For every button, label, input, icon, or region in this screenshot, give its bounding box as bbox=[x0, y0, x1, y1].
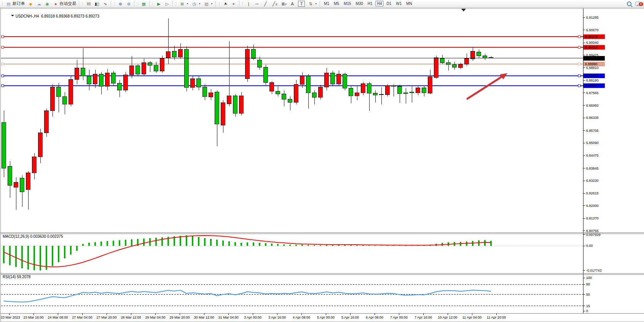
candle-body-down bbox=[197, 78, 201, 87]
candle-body-up bbox=[361, 84, 365, 93]
equidistant-channel-button[interactable]: ╱E bbox=[269, 0, 279, 7]
cloud-chart-icon: ☁ bbox=[36, 1, 41, 6]
arrows-button[interactable]: ⇅▼ bbox=[306, 0, 319, 7]
timeframe-button-h1[interactable]: H1 bbox=[366, 1, 375, 6]
vertical-line-button[interactable]: | bbox=[244, 0, 253, 7]
fibonacci-button[interactable]: ≣F bbox=[279, 0, 288, 7]
chevron-down-icon: ▼ bbox=[187, 3, 189, 5]
timeframe-button-m15[interactable]: M15 bbox=[342, 1, 353, 6]
candle-body-down bbox=[264, 67, 268, 82]
candle-body-down bbox=[367, 84, 371, 93]
text-label-button[interactable]: T bbox=[296, 0, 306, 7]
line-handle[interactable] bbox=[2, 75, 4, 77]
styles-button[interactable]: ◆ bbox=[26, 0, 35, 7]
candle-body-up bbox=[93, 74, 97, 84]
timeframe-button-mn[interactable]: MN bbox=[404, 1, 414, 6]
macd-histogram-bar bbox=[295, 245, 297, 246]
line-handle[interactable] bbox=[578, 85, 580, 87]
macd-histogram-bar bbox=[155, 238, 157, 246]
periods-button[interactable]: ◷▼ bbox=[190, 0, 202, 7]
time-tick-label: 3 Apr 00:00 bbox=[244, 316, 261, 319]
auto-scroll-button[interactable]: ▶ bbox=[155, 0, 163, 7]
candle-body-up bbox=[355, 93, 359, 96]
line-handle[interactable] bbox=[578, 46, 580, 48]
line-handle[interactable] bbox=[578, 63, 580, 65]
candle-body-up bbox=[142, 63, 146, 74]
candle-body-up bbox=[105, 73, 110, 86]
toolbar-separator bbox=[134, 1, 135, 6]
candle-body-down bbox=[398, 87, 402, 94]
indicators-button[interactable]: ⊞▼ bbox=[178, 0, 190, 7]
line-handle[interactable] bbox=[578, 35, 580, 38]
macd-histogram-bar bbox=[88, 243, 90, 246]
price-tick-label: 6.83230 bbox=[586, 179, 599, 183]
macd-histogram-bar bbox=[40, 246, 41, 271]
new-order-button-label: 新订单 bbox=[12, 1, 25, 6]
macd-signal-line bbox=[4, 235, 491, 267]
macd-histogram-bar bbox=[490, 241, 492, 246]
macd-histogram-bar bbox=[113, 240, 114, 246]
toolbar-grip: ┊ bbox=[152, 0, 154, 7]
chart-collapse-icon[interactable] bbox=[11, 15, 14, 18]
timeframe-button-m30[interactable]: M30 bbox=[354, 1, 365, 6]
new-order-button[interactable]: ▤新订单 bbox=[4, 0, 26, 7]
toolbar-separator bbox=[111, 1, 112, 6]
candle-body-up bbox=[32, 157, 37, 173]
timeframe-button-m5[interactable]: M5 bbox=[332, 1, 341, 6]
candle-body-down bbox=[282, 94, 286, 99]
macd-histogram-bar bbox=[320, 245, 321, 246]
macd-histogram-bar bbox=[52, 246, 53, 266]
candlestick-button[interactable]: ▮▯ bbox=[93, 0, 101, 7]
line-handle[interactable] bbox=[2, 35, 4, 38]
candle-body-up bbox=[416, 88, 420, 93]
cursor-button[interactable]: ➤ bbox=[221, 0, 230, 7]
bar-chart-button[interactable]: ☰ bbox=[84, 0, 93, 7]
search-icon[interactable] bbox=[627, 2, 631, 6]
chart-shift-icon: ▷ bbox=[164, 1, 170, 6]
macd-histogram-bar bbox=[399, 245, 400, 246]
crosshair-button[interactable]: + bbox=[230, 0, 238, 7]
timeframe-button-d1[interactable]: D1 bbox=[384, 1, 393, 6]
macd-histogram-bar bbox=[271, 244, 273, 246]
candle-body-down bbox=[154, 65, 158, 71]
timeframe-button-h4[interactable]: H4 bbox=[375, 1, 384, 6]
arrow-annotation-shaft[interactable] bbox=[467, 77, 502, 99]
line-handle[interactable] bbox=[2, 46, 4, 48]
line-chart-button[interactable]: ∿ bbox=[101, 0, 110, 7]
chevron-down-icon: ▼ bbox=[210, 3, 213, 5]
chart-shift-marker[interactable] bbox=[461, 9, 466, 11]
timeframe-button-w1[interactable]: W1 bbox=[394, 1, 403, 6]
templates-button[interactable]: ▧▼ bbox=[202, 0, 214, 7]
macd-histogram-bar bbox=[277, 244, 279, 246]
price-tick-label: 6.86950 bbox=[586, 104, 599, 107]
candle-body-up bbox=[434, 58, 438, 78]
zoom-in-button[interactable]: ⊕ bbox=[116, 0, 124, 7]
horizontal-line-button[interactable]: ─ bbox=[253, 0, 261, 7]
price-tick-label: 6.82615 bbox=[586, 191, 599, 195]
chart-shift-button[interactable]: ▷ bbox=[163, 0, 171, 7]
line-handle[interactable] bbox=[2, 63, 4, 65]
text-button[interactable]: A bbox=[288, 0, 296, 7]
candle-body-down bbox=[331, 73, 335, 84]
macd-histogram-bar bbox=[368, 245, 370, 246]
macd-histogram-bar bbox=[222, 240, 224, 246]
signals-button[interactable]: ◉ bbox=[43, 0, 51, 7]
time-tick-label: 29 Mar 04:00 bbox=[145, 316, 165, 319]
timeframe-button-m1[interactable]: M1 bbox=[322, 1, 331, 6]
candle-body-up bbox=[130, 66, 134, 75]
auto-trading-button[interactable]: ●自动交易 bbox=[51, 0, 78, 7]
rsi-line bbox=[4, 290, 491, 302]
candle-body-down bbox=[379, 94, 384, 95]
candle-body-up bbox=[294, 85, 298, 103]
line-handle[interactable] bbox=[578, 75, 580, 77]
line-handle[interactable] bbox=[2, 85, 4, 87]
toolbar-grip: ┊ bbox=[137, 0, 139, 7]
candle-body-up bbox=[14, 183, 18, 187]
tile-windows-button[interactable]: ▦ bbox=[140, 0, 148, 7]
macd-histogram-bar bbox=[259, 243, 260, 246]
chat-icon[interactable]: 1 bbox=[635, 2, 641, 6]
zoom-out-button[interactable]: ⊖ bbox=[124, 0, 133, 7]
trendline-button[interactable]: ╱ bbox=[261, 0, 269, 7]
chart-ohlc-readout: 6.89318 6.89368 6.89273 6.89273 bbox=[41, 14, 99, 18]
charts-cloud-button[interactable]: ☁ bbox=[35, 0, 43, 7]
